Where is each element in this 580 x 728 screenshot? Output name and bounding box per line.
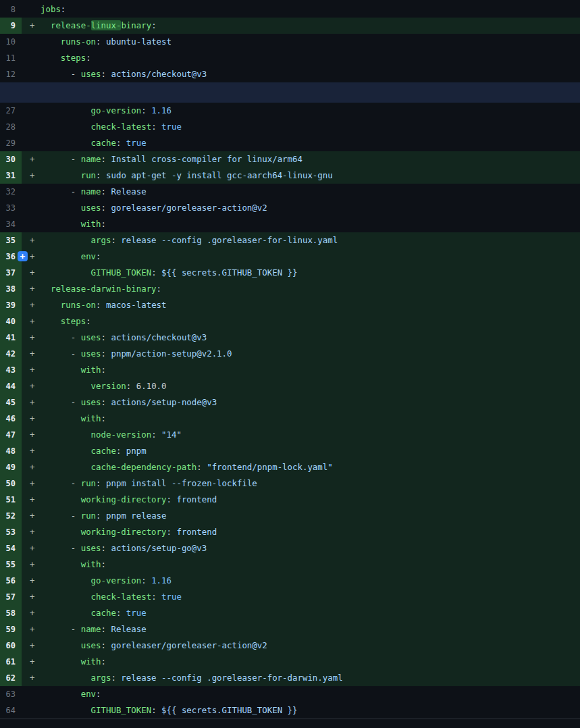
code-line-content: - name: Install cross-compiler for linux… — [41, 151, 302, 167]
code-line-content: - run: pnpm release — [41, 508, 167, 524]
line-number[interactable]: 56 — [0, 573, 22, 589]
diff-added-marker: + — [30, 443, 34, 459]
expand-hidden-lines-row[interactable] — [0, 82, 580, 103]
line-number[interactable]: 50 — [0, 475, 22, 492]
line-number[interactable]: 32 — [0, 184, 22, 200]
diff-added-marker: + — [30, 492, 34, 508]
line-number[interactable]: 60 — [0, 638, 22, 654]
line-number[interactable]: 37 — [0, 265, 22, 281]
line-number[interactable]: 27 — [0, 103, 22, 119]
line-number[interactable]: 46 — [0, 411, 22, 427]
line-number[interactable]: 44 — [0, 378, 22, 394]
line-number[interactable]: 51 — [0, 492, 22, 508]
code-line-content: with: — [41, 411, 106, 427]
diff-line: 31+ run: sudo apt-get -y install gcc-aar… — [0, 167, 580, 184]
code-line-content: check-latest: true — [41, 119, 182, 135]
code-line-content: go-version: 1.16 — [41, 103, 172, 119]
diff-line: 61+ with: — [0, 654, 580, 670]
line-number[interactable]: 34 — [0, 216, 22, 232]
diff-line: 64 GITHUB_TOKEN: ${{ secrets.GITHUB_TOKE… — [0, 702, 580, 719]
diff-line: 44+ version: 6.10.0 — [0, 378, 580, 394]
line-number[interactable]: 41 — [0, 330, 22, 346]
diff-added-marker: + — [30, 621, 34, 638]
line-number[interactable]: 10 — [0, 34, 22, 50]
code-line-content: env: — [41, 249, 101, 265]
diff-line: 42+ - uses: pnpm/action-setup@v2.1.0 — [0, 346, 580, 362]
diff-line: 8jobs: — [0, 1, 580, 18]
diff-line: 55+ with: — [0, 556, 580, 573]
line-number[interactable]: 35 — [0, 232, 22, 249]
add-line-comment-button[interactable]: + — [18, 251, 28, 261]
diff-added-marker: + — [30, 378, 34, 394]
line-number[interactable]: 40 — [0, 313, 22, 330]
diff-line: 32 - name: Release — [0, 184, 580, 200]
diff-added-marker: + — [30, 362, 34, 378]
line-number[interactable]: 64 — [0, 702, 22, 719]
line-number[interactable]: 61 — [0, 654, 22, 670]
diff-added-marker: + — [30, 573, 34, 589]
line-number[interactable]: 62 — [0, 670, 22, 686]
line-number[interactable]: 9 — [0, 18, 22, 34]
diff-line: 45+ - uses: actions/setup-node@v3 — [0, 394, 580, 411]
code-line-content: - uses: pnpm/action-setup@v2.1.0 — [41, 346, 232, 362]
line-number[interactable]: 38 — [0, 281, 22, 297]
line-number[interactable]: 49 — [0, 459, 22, 475]
line-number[interactable]: 45 — [0, 394, 22, 411]
code-line-content: working-directory: frontend — [41, 492, 217, 508]
diff-line: 62+ args: release --config .goreleaser-f… — [0, 670, 580, 686]
line-number[interactable]: 11 — [0, 50, 22, 66]
line-number[interactable]: 57 — [0, 589, 22, 605]
diff-line: 58+ cache: true — [0, 605, 580, 621]
line-number[interactable]: 55 — [0, 556, 22, 573]
line-number[interactable]: 48 — [0, 443, 22, 459]
diff-line: 53+ working-directory: frontend — [0, 524, 580, 540]
diff-added-marker: + — [30, 589, 34, 605]
diff-line: 37+ GITHUB_TOKEN: ${{ secrets.GITHUB_TOK… — [0, 265, 580, 281]
line-number[interactable]: 43 — [0, 362, 22, 378]
code-line-content: cache-dependency-path: "frontend/pnpm-lo… — [41, 459, 333, 475]
code-line-content: cache: pnpm — [41, 443, 147, 459]
line-number[interactable]: 53 — [0, 524, 22, 540]
diff-line: 49+ cache-dependency-path: "frontend/pnp… — [0, 459, 580, 475]
line-number[interactable]: 30 — [0, 151, 22, 167]
diff-line: 12 - uses: actions/checkout@v3 — [0, 66, 580, 82]
code-line-content: with: — [41, 362, 106, 378]
diff-line: 39+ runs-on: macos-latest — [0, 297, 580, 313]
line-number[interactable]: 47 — [0, 427, 22, 443]
line-number[interactable]: 39 — [0, 297, 22, 313]
line-number[interactable]: 8 — [0, 1, 22, 18]
code-line-content: runs-on: ubuntu-latest — [41, 34, 172, 50]
diff-added-marker: + — [30, 265, 34, 281]
line-number[interactable]: 28 — [0, 119, 22, 135]
code-line-content: runs-on: macos-latest — [41, 297, 167, 313]
code-line-content: steps: — [41, 313, 91, 330]
line-number[interactable]: 52 — [0, 508, 22, 524]
code-line-content: working-directory: frontend — [41, 524, 217, 540]
line-number[interactable]: 29 — [0, 135, 22, 151]
diff-line: 9+ release-linux-binary: — [0, 18, 580, 34]
diff-line: 28 check-latest: true — [0, 119, 580, 135]
code-line-content: args: release --config .goreleaser-for-l… — [41, 232, 338, 249]
diff-added-marker: + — [30, 313, 34, 330]
diff-line: 57+ check-latest: true — [0, 589, 580, 605]
line-number[interactable]: 54 — [0, 540, 22, 556]
line-number[interactable]: 42 — [0, 346, 22, 362]
code-line-content: with: — [41, 654, 106, 670]
diff-added-marker: + — [30, 556, 34, 573]
diff-line: 52+ - run: pnpm release — [0, 508, 580, 524]
diff-added-marker: + — [30, 167, 34, 184]
line-number[interactable]: 31 — [0, 167, 22, 184]
diff-line: 35+ args: release --config .goreleaser-f… — [0, 232, 580, 249]
diff-line: 50+ - run: pnpm install --frozen-lockfil… — [0, 475, 580, 492]
line-number[interactable]: 59 — [0, 621, 22, 638]
diff-line: 43+ with: — [0, 362, 580, 378]
line-number[interactable]: 58 — [0, 605, 22, 621]
diff-added-marker: + — [30, 297, 34, 313]
code-line-content: - name: Release — [41, 621, 147, 638]
code-line-content: release-darwin-binary: — [41, 281, 161, 297]
line-number[interactable]: 33 — [0, 200, 22, 216]
diff-added-marker: + — [30, 18, 34, 34]
line-number[interactable]: 63 — [0, 686, 22, 702]
line-number[interactable]: 12 — [0, 66, 22, 82]
code-line-content: run: sudo apt-get -y install gcc-aarch64… — [41, 167, 333, 184]
